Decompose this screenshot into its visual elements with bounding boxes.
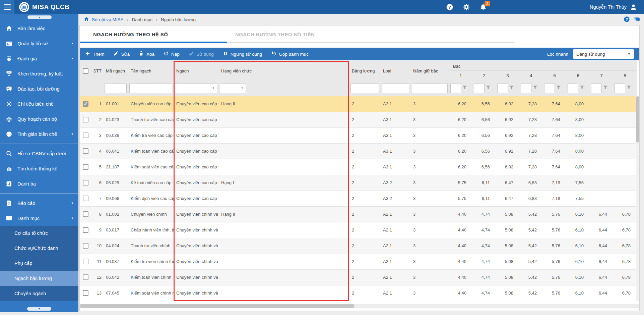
column-header-ma-ngach[interactable]: Mã ngạch (103, 61, 128, 81)
sidebar-item-search[interactable]: Hồ sơ CBNV cấp dưới (0, 146, 78, 161)
funnel-icon[interactable] (509, 85, 514, 91)
row-checkbox[interactable] (83, 117, 88, 122)
row-checkbox[interactable] (83, 227, 88, 233)
sidebar-item-medal[interactable]: 1Đánh giá▼ (0, 51, 78, 66)
bac-subcolumn-header[interactable]: 2 (472, 73, 496, 78)
tab-ngach-huong-theo-he-so[interactable]: NGẠCH HƯỞNG THEO HỆ SỐ (80, 25, 227, 43)
select-all-checkbox[interactable] (83, 68, 88, 74)
column-header-loai[interactable]: Loại (380, 61, 410, 81)
row-checkbox[interactable] (83, 259, 88, 264)
table-row[interactable]: 903.017Chấp hành viên tỉnh, thành ph...C… (80, 222, 637, 238)
row-checkbox[interactable] (83, 211, 88, 217)
bac-subcolumn-header[interactable]: 8 (613, 73, 637, 78)
filter-bang-luong-input[interactable] (350, 83, 379, 93)
column-header-bang-luong[interactable]: Bảng lương (349, 61, 380, 81)
sidebar-item-group[interactable]: Quy hoạch cán bộ (0, 111, 78, 126)
bac-subcolumn-header[interactable]: 5 (543, 73, 566, 78)
table-row[interactable]: 606.029Kế toán viên cao cấpChuyên viên c… (80, 175, 637, 191)
sidebar-item-chart[interactable]: Tìm kiếm thống kê (0, 161, 78, 176)
table-row[interactable]: 1004.024Thanh tra viên chínhChuyên viên … (80, 238, 637, 254)
funnel-icon[interactable] (462, 85, 467, 91)
filter-bac-3-input[interactable] (497, 83, 508, 93)
column-header-ngach[interactable]: Ngạch (174, 61, 218, 81)
sidebar-subitem[interactable]: Cơ cấu tổ chức (0, 226, 78, 241)
funnel-icon[interactable] (580, 85, 584, 91)
table-row[interactable]: 1206.042Kiểm toán viên chínhChuyên viên … (80, 269, 637, 285)
bac-subcolumn-header[interactable]: 6 (566, 73, 590, 78)
help-icon[interactable]: ? (446, 3, 453, 11)
filter-loai-input[interactable] (382, 83, 409, 93)
filter-bac-7-input[interactable] (591, 83, 602, 93)
funnel-icon[interactable] (556, 85, 561, 91)
funnel-icon[interactable] (627, 85, 631, 91)
filter-hang-vien-chuc-dropdown[interactable]: ▼ (220, 83, 246, 93)
filter-bac-2-input[interactable] (474, 83, 485, 93)
sidebar-subitem[interactable]: Chức vụ/Chức danh (0, 241, 78, 256)
filter-ngach-dropdown[interactable]: ▼ (175, 83, 217, 93)
vertical-scrollbar[interactable] (636, 96, 639, 301)
column-header-hang-vien-chuc[interactable]: Hạng viên chức (218, 61, 349, 81)
sidebar-scroll-up[interactable]: ▲ (27, 15, 52, 19)
sidebar-subitem[interactable]: Phụ cấp (0, 256, 78, 271)
pencil-button[interactable]: Sửa (114, 51, 130, 57)
page-help-icon[interactable]: ? (624, 16, 630, 22)
sidebar-item-idcard[interactable]: Quản lý hồ sơ▼ (0, 36, 78, 51)
sidebar-item-ellipsis[interactable]: Tinh giản biên chế▼ (0, 126, 78, 142)
funnel-icon[interactable] (603, 85, 608, 91)
sidebar-item-home[interactable]: Bàn làm việc (0, 21, 78, 36)
trash-button[interactable]: Xóa (139, 51, 154, 57)
row-checkbox[interactable] (83, 148, 88, 154)
row-checkbox[interactable] (83, 196, 88, 201)
row-checkbox[interactable] (83, 180, 88, 186)
bac-subcolumn-header[interactable]: 4 (519, 73, 543, 78)
table-row[interactable]: 406.041Kiểm toán viên cao cấpChuyên viên… (80, 143, 637, 159)
table-row[interactable]: 101.001Chuyên viên cao cấpChuyên viên ca… (80, 96, 637, 112)
sidebar-scroll-down[interactable]: ▼ (27, 307, 51, 311)
sidebar-item-report[interactable]: Báo cáo▼ (0, 196, 78, 211)
filter-ten-ngach-input[interactable] (129, 83, 172, 93)
sidebar-item-target[interactable]: Chỉ tiêu biên chế (0, 96, 78, 111)
column-header-nam-giu-bac[interactable]: Năm giữ bậc (410, 61, 449, 81)
row-checkbox[interactable] (83, 290, 88, 296)
filter-bac-8-input[interactable] (615, 83, 625, 93)
breadcrumb-home-icon[interactable] (84, 16, 89, 22)
row-checkbox[interactable] (83, 274, 88, 280)
sidebar-item-book[interactable]: Danh mục▼ (0, 211, 78, 226)
funnel-icon[interactable] (533, 85, 537, 91)
vertical-scrollbar-thumb[interactable] (636, 96, 639, 143)
sidebar-item-trophy[interactable]: Khen thưởng, kỷ luật (0, 66, 78, 81)
filter-nam-giu-bac-input[interactable] (412, 83, 448, 93)
table-row[interactable]: 204.023Thanh tra viên cao cấpChuyên viên… (80, 112, 637, 127)
row-checkbox[interactable] (83, 101, 88, 107)
horizontal-scrollbar[interactable] (80, 304, 639, 308)
check-button[interactable]: Sử dụng (189, 51, 214, 57)
table-row[interactable]: 801.002Chuyên viên chínhChuyên viên chín… (80, 206, 637, 222)
row-checkbox[interactable] (83, 133, 88, 138)
bell-icon[interactable]: 2 (479, 3, 487, 11)
merge-button[interactable]: Gộp danh mục (271, 51, 309, 57)
sidebar-item-easel[interactable]: Đào tạo, bồi dưỡng (0, 81, 78, 96)
filter-ma-ngach-input[interactable] (105, 83, 127, 93)
plus-button[interactable]: Thêm (85, 51, 105, 57)
table-row[interactable]: 306.036Kiểm tra viên cao cấp thuếChuyên … (80, 127, 637, 143)
column-header-ten-ngach[interactable]: Tên ngạch (128, 61, 174, 81)
table-row[interactable]: 1307.045Kiểm soát viên chính ngân hàngCh… (80, 285, 637, 301)
row-checkbox[interactable] (83, 164, 88, 170)
feedback-chat-icon[interactable] (634, 16, 640, 22)
row-checkbox[interactable] (83, 243, 88, 249)
filter-bac-1-input[interactable] (450, 83, 461, 93)
sidebar-subitem[interactable]: Chuyên ngành (0, 286, 78, 301)
user-menu[interactable]: Nguyễn Thị Thủy (590, 0, 637, 14)
table-row[interactable]: 709.066Kiểm dịch viên cao cấp động -...C… (80, 191, 637, 206)
quick-filter-dropdown[interactable]: Đang sử dụng ▼ (573, 49, 634, 59)
pause-button[interactable]: Ngừng sử dụng (223, 51, 262, 57)
tab-ngach-huong-theo-so-tien[interactable]: NGẠCH HƯỞNG THEO SỐ TIỀN (227, 25, 515, 43)
sidebar-item-addressbook[interactable]: Danh bạ (0, 176, 78, 191)
bac-subcolumn-header[interactable]: 7 (590, 73, 613, 78)
horizontal-scrollbar-thumb[interactable] (80, 304, 355, 308)
hamburger-menu-icon[interactable] (0, 0, 14, 14)
sidebar-subitem[interactable]: Ngạch bậc lương (0, 271, 78, 286)
column-header-stt[interactable]: STT (92, 61, 103, 81)
bac-subcolumn-header[interactable]: 1 (449, 73, 472, 78)
gear-icon[interactable] (463, 3, 470, 11)
